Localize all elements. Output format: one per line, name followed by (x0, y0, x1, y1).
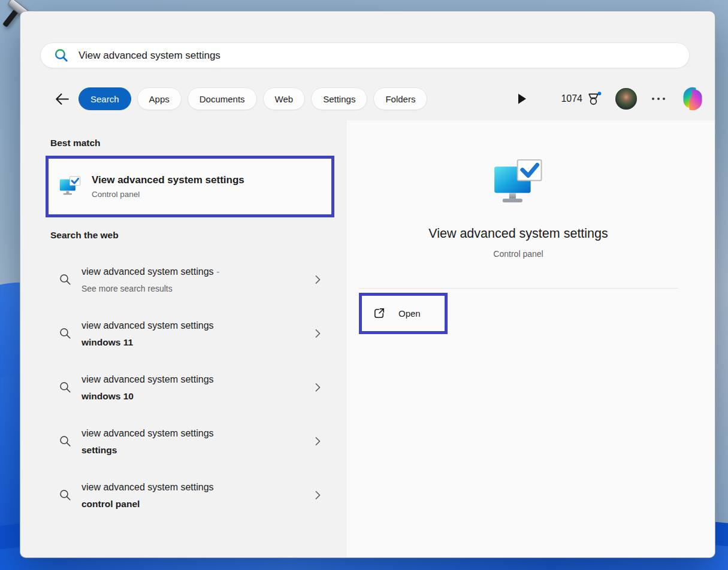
play-icon (517, 93, 527, 105)
chevron-right-icon (315, 437, 321, 446)
search-web-heading: Search the web (50, 230, 347, 241)
web-suggestion-row[interactable]: view advanced system settings - See more… (20, 253, 347, 307)
suggestion-subtext: windows 11 (81, 336, 297, 348)
more-options-button[interactable] (651, 96, 666, 101)
best-match-title: View advanced system settings (92, 174, 244, 186)
search-box (40, 43, 690, 68)
suggestion-text: view advanced system settings (81, 373, 297, 386)
search-flyout-window: View advanced system settings Control pa… (20, 11, 715, 558)
web-suggestion-row[interactable]: view advanced system settings control pa… (20, 468, 347, 522)
ellipsis-icon (651, 96, 666, 101)
open-button[interactable]: Open (362, 296, 445, 331)
avatar[interactable] (615, 88, 637, 110)
tab-web[interactable]: Web (263, 87, 306, 110)
search-icon (59, 435, 72, 448)
chevron-right-icon (315, 383, 321, 392)
filter-toolbar: Search Apps Documents Web Settings Folde… (40, 84, 708, 113)
back-arrow-icon (53, 90, 71, 108)
web-suggestion-row[interactable]: view advanced system settings windows 10 (20, 360, 347, 414)
copilot-button[interactable] (679, 86, 706, 112)
web-suggestion-row[interactable]: view advanced system settings settings (20, 414, 347, 468)
open-button-label: Open (398, 308, 421, 319)
tab-folders[interactable]: Folders (373, 87, 427, 110)
search-icon (59, 381, 72, 394)
suggestion-subtext: See more search results (81, 283, 297, 295)
monitor-check-icon (59, 175, 81, 198)
suggestion-text: view advanced system settings (81, 427, 297, 440)
suggestion-text: view advanced system settings - (81, 265, 297, 278)
preview-panel: View advanced system settings Control pa… (347, 120, 715, 557)
tab-settings[interactable]: Settings (311, 87, 367, 110)
best-match-subtitle: Control panel (92, 190, 244, 199)
preview-title: View advanced system settings (347, 226, 690, 241)
back-button[interactable] (51, 88, 73, 110)
search-input[interactable] (78, 50, 654, 62)
search-icon (59, 273, 72, 286)
search-icon (59, 327, 72, 340)
tab-documents[interactable]: Documents (188, 87, 257, 110)
results-panel: Best match View advanced system settings… (20, 120, 347, 557)
chevron-right-icon (315, 491, 321, 500)
tab-search[interactable]: Search (78, 87, 131, 110)
preview-subtitle: Control panel (347, 249, 690, 259)
divider (359, 288, 678, 289)
suggestion-text: view advanced system settings (81, 319, 297, 332)
monitor-check-icon (492, 157, 545, 210)
suggestion-subtext: control panel (81, 498, 297, 510)
rewards-points[interactable]: 1074 (561, 91, 602, 107)
suggestion-subtext: windows 10 (81, 390, 297, 402)
external-link-icon (372, 307, 386, 320)
play-button[interactable] (517, 93, 527, 105)
best-match-result[interactable]: View advanced system settings Control pa… (49, 159, 331, 214)
rewards-icon (586, 91, 602, 107)
search-icon (59, 489, 72, 502)
chevron-right-icon (315, 329, 321, 338)
open-annotation-box: Open (359, 293, 448, 334)
best-match-heading: Best match (50, 138, 347, 148)
web-suggestion-row[interactable]: view advanced system settings windows 11 (20, 307, 347, 360)
copilot-icon (679, 86, 706, 112)
search-icon (53, 47, 70, 63)
chevron-right-icon (315, 275, 321, 284)
best-match-annotation-box: View advanced system settings Control pa… (46, 156, 334, 217)
suggestion-text: view advanced system settings (81, 481, 297, 494)
tab-apps[interactable]: Apps (137, 87, 182, 110)
web-suggestions-list: view advanced system settings - See more… (20, 253, 347, 522)
rewards-points-value: 1074 (561, 93, 582, 104)
suggestion-subtext: settings (81, 444, 297, 456)
